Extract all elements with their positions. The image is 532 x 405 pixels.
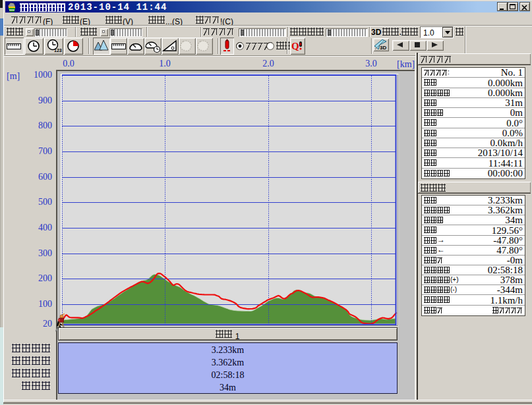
svg-text:123: 123 (54, 48, 62, 53)
svg-text:Q: Q (291, 41, 299, 51)
svg-text:3D: 3D (380, 45, 386, 51)
